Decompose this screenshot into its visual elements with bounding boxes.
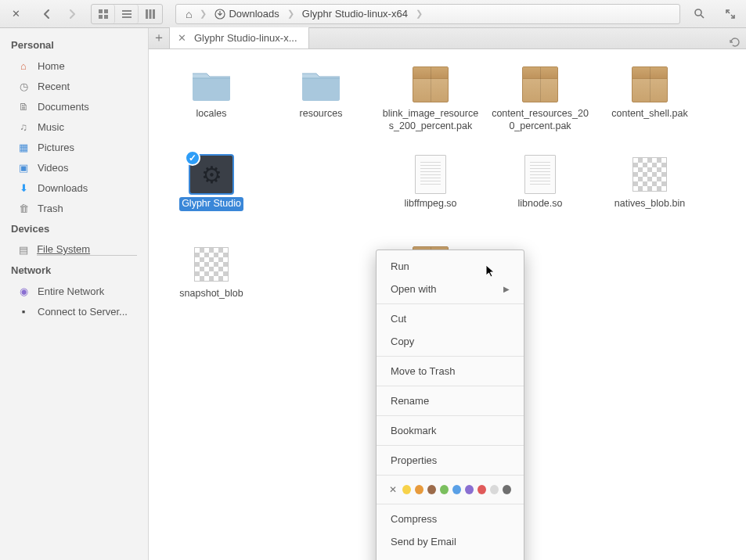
color-tag[interactable] — [415, 485, 423, 494]
color-tag[interactable] — [478, 485, 486, 494]
view-mode-group — [91, 4, 163, 24]
file-item[interactable]: libnode.so — [485, 153, 595, 243]
breadcrumb-label: Downloads — [229, 8, 279, 20]
color-tag[interactable] — [503, 485, 511, 494]
sidebar-item-pictures[interactable]: ▦ Pictures — [0, 137, 148, 157]
svg-point-11 — [695, 9, 701, 16]
sidebar-item-connect-server[interactable]: ▪ Connect to Server... — [0, 301, 148, 321]
svg-rect-4 — [122, 10, 132, 12]
expand-icon — [725, 9, 736, 20]
context-menu-label: Open with — [391, 283, 437, 295]
file-item[interactable]: resources — [266, 63, 376, 153]
context-menu-item[interactable]: Copy — [377, 330, 524, 353]
sidebar-item-videos[interactable]: ▣ Videos — [0, 157, 148, 178]
breadcrumb-label: Glyphr Studio-linux-x64 — [302, 8, 408, 20]
context-menu-label: Bookmark — [391, 425, 437, 436]
maximize-button[interactable] — [719, 4, 741, 24]
svg-rect-5 — [122, 13, 132, 15]
svg-line-12 — [701, 15, 704, 18]
file-grid[interactable]: locales resourcesblink_image_resources_2… — [149, 49, 746, 560]
sidebar-item-music[interactable]: ♫ Music — [0, 117, 148, 137]
file-item[interactable]: content_resources_200_percent.pak — [485, 63, 595, 153]
context-menu-item[interactable]: Open with ▶ — [377, 278, 524, 300]
context-menu-item[interactable]: Send files via Bluetooth — [377, 553, 524, 560]
file-label: natives_blob.bin — [612, 197, 687, 211]
file-item[interactable]: libffmpeg.so — [376, 153, 485, 243]
globe-icon: ◉ — [17, 285, 30, 297]
context-menu: Run Open with ▶ Cut Copy Move to Trash R… — [376, 249, 524, 560]
tab-label: Glyphr Studio-linux-x... — [194, 32, 297, 44]
sidebar-section-network: Network — [0, 260, 148, 281]
file-item[interactable]: locales — [157, 63, 266, 153]
file-item[interactable]: blink_image_resources_200_percent.pak — [376, 63, 485, 153]
sidebar-item-label: Music — [38, 121, 64, 133]
context-menu-label: Copy — [391, 336, 414, 347]
sidebar-item-documents[interactable]: 🗎 Documents — [0, 96, 148, 117]
close-tab-icon[interactable]: ✕ — [178, 32, 186, 44]
new-tab-button[interactable]: ＋ — [149, 27, 170, 48]
file-item[interactable]: natives_blob.bin — [595, 153, 705, 243]
clock-icon: ◷ — [17, 80, 30, 92]
context-menu-item[interactable]: Cut — [377, 307, 524, 330]
file-label: snapshot_blob — [177, 287, 245, 301]
sidebar-item-entire-network[interactable]: ◉ Entire Network — [0, 281, 148, 301]
color-tag[interactable] — [402, 485, 411, 494]
file-label: content_resources_200_percent.pak — [489, 107, 591, 133]
color-tag[interactable] — [427, 485, 436, 494]
breadcrumb-home[interactable]: ⌂ — [179, 5, 198, 23]
pictures-icon: ▦ — [17, 141, 30, 153]
color-tag[interactable] — [452, 485, 461, 494]
disk-icon: ▤ — [17, 243, 29, 256]
restore-tab-button[interactable] — [723, 36, 746, 48]
color-tag[interactable] — [440, 485, 449, 494]
clear-tag-icon[interactable]: ✕ — [389, 484, 397, 495]
music-icon: ♫ — [17, 120, 30, 133]
view-list-button[interactable] — [115, 5, 139, 23]
file-label: resources — [297, 107, 345, 121]
file-item[interactable]: content_shell.pak — [595, 63, 705, 153]
view-icons-button[interactable] — [92, 5, 115, 23]
sidebar-item-recent[interactable]: ◷ Recent — [0, 76, 148, 96]
breadcrumb-downloads[interactable]: Downloads — [208, 5, 285, 23]
context-menu-label: Send by Email — [391, 536, 456, 547]
download-icon: ⬇ — [17, 181, 30, 194]
context-menu-item[interactable]: Send by Email — [377, 530, 524, 553]
context-menu-label: Compress — [391, 513, 437, 525]
svg-rect-0 — [99, 9, 103, 13]
context-menu-item[interactable]: Properties — [377, 449, 524, 472]
color-tag[interactable] — [490, 485, 499, 494]
close-window-button[interactable]: ✕ — [5, 4, 27, 24]
videos-icon: ▣ — [17, 161, 30, 174]
svg-rect-6 — [122, 16, 132, 18]
sidebar-item-downloads[interactable]: ⬇ Downloads — [0, 178, 148, 198]
search-button[interactable] — [688, 4, 710, 24]
breadcrumb-current[interactable]: Glyphr Studio-linux-x64 — [296, 5, 414, 23]
sidebar-item-home[interactable]: ⌂ Home — [0, 56, 148, 76]
nav-back-button[interactable] — [36, 4, 58, 24]
svg-rect-2 — [99, 15, 103, 19]
sidebar-item-trash[interactable]: 🗑 Trash — [0, 198, 148, 218]
context-menu-item[interactable]: Rename — [377, 389, 524, 412]
server-icon: ▪ — [17, 305, 30, 318]
color-tag[interactable] — [465, 485, 474, 494]
undo-icon — [728, 36, 741, 48]
context-menu-item[interactable]: Run — [377, 255, 524, 278]
context-menu-item[interactable]: Move to Trash — [377, 360, 524, 382]
context-menu-label: Run — [391, 260, 409, 272]
file-label: Glyphr Studio — [179, 197, 243, 211]
context-menu-label: Move to Trash — [391, 365, 455, 377]
svg-rect-9 — [153, 9, 155, 19]
sidebar-item-filesystem[interactable]: ▤ File System — [0, 239, 148, 260]
context-menu-item[interactable]: Bookmark — [377, 419, 524, 442]
context-menu-item[interactable]: Compress — [377, 508, 524, 530]
sidebar-section-devices: Devices — [0, 218, 148, 239]
tab-current[interactable]: ✕ Glyphr Studio-linux-x... — [170, 27, 309, 48]
nav-forward-button[interactable] — [61, 4, 83, 24]
checkmark-badge-icon: ✓ — [185, 150, 200, 166]
sidebar-item-label: Recent — [38, 81, 70, 92]
file-label: content_shell.pak — [609, 107, 690, 121]
view-columns-button[interactable] — [139, 5, 162, 23]
context-menu-label: Cut — [391, 313, 406, 325]
file-item[interactable]: snapshot_blob — [157, 243, 266, 333]
file-item[interactable]: ✓ ⚙ Glyphr Studio — [157, 153, 266, 243]
